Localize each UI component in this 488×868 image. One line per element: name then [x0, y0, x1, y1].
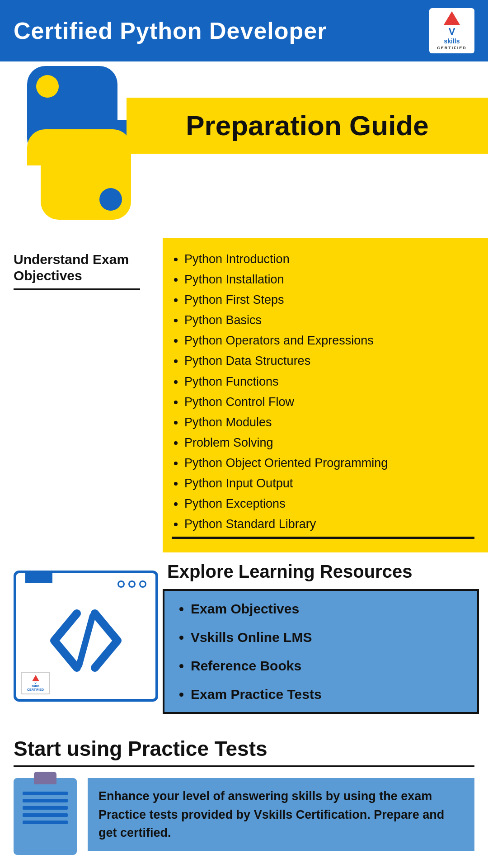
practice-content: Enhance your level of answering skills b… — [14, 778, 474, 855]
sb-arrow-icon — [32, 675, 39, 681]
explore-left-panel: VskillsCERTIFIED — [0, 561, 163, 711]
prep-guide-box: Preparation Guide — [127, 98, 488, 154]
list-item: Exam Objectives — [191, 600, 464, 618]
list-item: Vskills Online LMS — [191, 628, 464, 646]
objectives-list: Python Introduction Python Installation … — [172, 251, 474, 532]
objectives-left-panel: Understand Exam Objectives — [0, 238, 163, 299]
code-icon-tab — [25, 571, 52, 583]
list-item: Python Data Structures — [184, 353, 474, 369]
badge-arrow-icon — [444, 11, 460, 25]
objectives-section: Understand Exam Objectives Python Introd… — [0, 238, 488, 552]
dot-1 — [117, 580, 125, 588]
list-item: Problem Solving — [184, 435, 474, 451]
badge-skills-text: skills — [444, 38, 460, 45]
code-icon-box: VskillsCERTIFIED — [14, 571, 158, 702]
yellow-list-box: Python Introduction Python Installation … — [163, 238, 488, 552]
list-item: Python Installation — [184, 272, 474, 288]
dot-2 — [128, 580, 136, 588]
clipboard-line-2 — [23, 799, 68, 802]
header: Certified Python Developer V skills CERT… — [0, 0, 488, 61]
code-icon-dots — [117, 580, 146, 588]
practice-underline — [14, 765, 474, 767]
list-item: Reference Books — [191, 657, 464, 675]
mid-section: www.vskills.in — [0, 552, 488, 723]
clipboard-line-1 — [23, 792, 68, 795]
list-item: Exam Practice Tests — [191, 685, 464, 703]
list-item: Python First Steps — [184, 292, 474, 308]
page-title: Certified Python Developer — [14, 17, 327, 44]
clipboard-line-4 — [23, 813, 68, 817]
python-logo-section: Preparation Guide — [0, 61, 488, 238]
sb-text: VskillsCERTIFIED — [27, 681, 44, 692]
list-underline — [172, 537, 474, 539]
list-item: Python Standard Library — [184, 516, 474, 532]
dot-3 — [139, 580, 146, 588]
blue-list-box: Exam Objectives Vskills Online LMS Refer… — [163, 589, 479, 714]
badge-v-text: V — [449, 26, 455, 38]
clipboard-line-3 — [23, 806, 68, 810]
list-item: Python Introduction — [184, 251, 474, 267]
explore-section: VskillsCERTIFIED Explore Learning Resour… — [0, 552, 488, 723]
explore-right-panel: Explore Learning Resources Exam Objectiv… — [163, 561, 488, 723]
python-logo-bottom-shape — [41, 129, 131, 220]
list-item: Python Basics — [184, 312, 474, 328]
prep-guide-title: Preparation Guide — [186, 110, 428, 141]
objectives-underline — [14, 288, 140, 290]
list-item: Python Object Oriented Programming — [184, 455, 474, 471]
list-item: Python Functions — [184, 374, 474, 390]
practice-title: Start using Practice Tests — [14, 736, 474, 761]
list-item: Python Input Output — [184, 476, 474, 491]
svg-line-0 — [79, 616, 93, 665]
list-item: Python Exceptions — [184, 496, 474, 512]
code-brackets-icon — [41, 604, 131, 677]
clipboard-icon — [14, 778, 77, 855]
badge-certified-text: CERTIFIED — [437, 46, 467, 50]
list-item: Python Operators and Expressions — [184, 333, 474, 349]
practice-section: Start using Practice Tests Enhance your … — [0, 723, 488, 864]
vskills-small-badge: VskillsCERTIFIED — [21, 672, 50, 694]
vskills-badge: V skills CERTIFIED — [429, 8, 474, 53]
list-item: Python Modules — [184, 415, 474, 430]
list-item: Python Control Flow — [184, 394, 474, 410]
clipboard-line-5 — [23, 821, 68, 824]
clipboard-clip — [34, 772, 56, 784]
practice-description: Enhance your level of answering skills b… — [88, 778, 474, 851]
objectives-title: Understand Exam Objectives — [14, 251, 154, 284]
explore-list: Exam Objectives Vskills Online LMS Refer… — [178, 600, 464, 703]
explore-title: Explore Learning Resources — [163, 561, 479, 582]
